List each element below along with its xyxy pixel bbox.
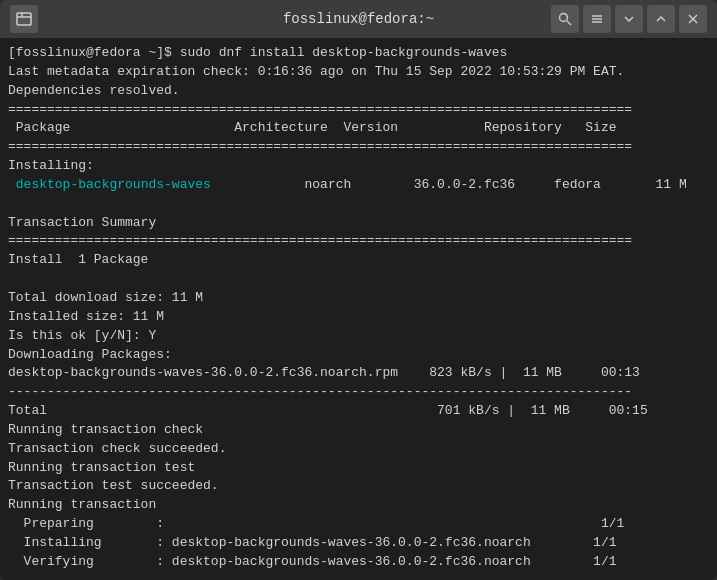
tab-icon-svg	[16, 11, 32, 27]
menu-button[interactable]	[583, 5, 611, 33]
title-bar: fosslinux@fedora:~	[0, 0, 717, 38]
svg-point-3	[560, 14, 568, 22]
svg-rect-0	[17, 13, 31, 25]
chevron-up-icon	[655, 13, 667, 25]
terminal-output[interactable]: [fosslinux@fedora ~]$ sudo dnf install d…	[0, 38, 717, 580]
terminal-line: [fosslinux@fedora ~]$ sudo dnf install d…	[8, 45, 687, 569]
title-bar-left	[10, 5, 38, 33]
new-tab-icon[interactable]	[10, 5, 38, 33]
terminal-window: fosslinux@fedora:~	[0, 0, 717, 580]
menu-icon	[590, 12, 604, 26]
chevron-down-icon	[623, 13, 635, 25]
minimize-button[interactable]	[647, 5, 675, 33]
search-button[interactable]	[551, 5, 579, 33]
title-bar-controls	[551, 5, 707, 33]
close-button[interactable]	[679, 5, 707, 33]
dropdown-button[interactable]	[615, 5, 643, 33]
search-icon	[558, 12, 572, 26]
window-title: fosslinux@fedora:~	[283, 11, 434, 27]
svg-line-4	[567, 21, 571, 25]
close-icon	[687, 13, 699, 25]
